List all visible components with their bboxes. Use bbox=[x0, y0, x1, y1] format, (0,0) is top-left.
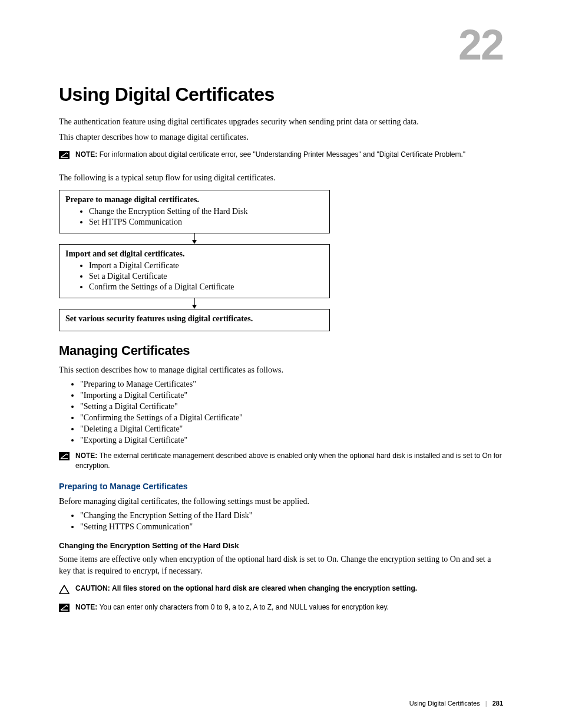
flow-box-2-title: Import and set digital certificates. bbox=[65, 249, 323, 259]
flow-arrow bbox=[59, 233, 330, 244]
note-label: NOTE: bbox=[75, 603, 100, 611]
caution-label: CAUTION: bbox=[75, 584, 112, 592]
section-intro: This section describes how to manage dig… bbox=[59, 364, 503, 376]
note-icon bbox=[59, 604, 70, 614]
list-item: "Setting a Digital Certificate" bbox=[80, 402, 503, 411]
list-item: "Exporting a Digital Certificate" bbox=[80, 436, 503, 445]
sub2-body: Some items are effective only when encry… bbox=[59, 554, 503, 578]
note-2: NOTE: The external certificate managemen… bbox=[59, 451, 503, 471]
flow-box-2: Import and set digital certificates. Imp… bbox=[59, 244, 330, 298]
note-3-text: NOTE: You can enter only characters from… bbox=[75, 602, 389, 612]
page-title: Using Digital Certificates bbox=[59, 84, 503, 106]
section-heading-managing: Managing Certificates bbox=[59, 343, 503, 358]
note-3: NOTE: You can enter only characters from… bbox=[59, 602, 503, 614]
subheading-preparing: Preparing to Manage Certificates bbox=[59, 482, 503, 491]
footer-page-number: 281 bbox=[492, 700, 503, 707]
note-1: NOTE: For information about digital cert… bbox=[59, 150, 503, 162]
flow-box-2-item: Set a Digital Certificate bbox=[89, 272, 323, 281]
footer-title: Using Digital Certificates bbox=[409, 700, 480, 707]
caution-icon bbox=[59, 585, 70, 597]
note-text: The external certificate management desc… bbox=[75, 452, 502, 470]
note-text: For information about digital certificat… bbox=[100, 150, 465, 159]
svg-marker-2 bbox=[192, 240, 197, 244]
subheading-encryption: Changing the Encryption Setting of the H… bbox=[59, 541, 503, 550]
list-item: "Setting HTTPS Communication" bbox=[80, 522, 503, 532]
note-2-text: NOTE: The external certificate managemen… bbox=[75, 451, 503, 471]
caution-1: CAUTION: All files stored on the optiona… bbox=[59, 584, 503, 597]
footer-separator: | bbox=[485, 700, 487, 707]
note-label: NOTE: bbox=[75, 150, 100, 159]
note-icon bbox=[59, 151, 70, 162]
flow-arrow bbox=[59, 298, 330, 309]
flow-box-1-title: Prepare to manage digital certificates. bbox=[65, 195, 323, 205]
list-item: "Confirming the Settings of a Digital Ce… bbox=[80, 413, 503, 423]
svg-marker-4 bbox=[192, 305, 197, 309]
list-item: "Preparing to Manage Certificates" bbox=[80, 380, 503, 389]
flow-box-1-item: Set HTTPS Communication bbox=[89, 218, 323, 227]
flow-intro: The following is a typical setup flow fo… bbox=[59, 172, 503, 184]
note-text: You can enter only characters from 0 to … bbox=[100, 603, 389, 611]
intro-paragraph-1: The authentication feature using digital… bbox=[59, 116, 503, 128]
list-item: "Changing the Encryption Setting of the … bbox=[80, 511, 503, 521]
caution-text: All files stored on the optional hard di… bbox=[112, 584, 417, 592]
note-icon bbox=[59, 452, 70, 463]
flow-box-1: Prepare to manage digital certificates. … bbox=[59, 190, 330, 233]
flow-box-1-item: Change the Encryption Setting of the Har… bbox=[89, 207, 323, 216]
note-1-text: NOTE: For information about digital cert… bbox=[75, 150, 465, 160]
sub1-list: "Changing the Encryption Setting of the … bbox=[59, 511, 503, 532]
flow-box-2-item: Confirm the Settings of a Digital Certif… bbox=[89, 282, 323, 292]
flow-box-2-item: Import a Digital Certificate bbox=[89, 261, 323, 271]
list-item: "Deleting a Digital Certificate" bbox=[80, 424, 503, 434]
intro-paragraph-2: This chapter describes how to manage dig… bbox=[59, 131, 503, 143]
svg-marker-6 bbox=[59, 585, 69, 594]
page-footer: Using Digital Certificates | 281 bbox=[409, 700, 503, 707]
list-item: "Importing a Digital Certificate" bbox=[80, 391, 503, 400]
flow-box-3-title: Set various security features using digi… bbox=[65, 314, 323, 324]
caution-1-text: CAUTION: All files stored on the optiona… bbox=[75, 584, 417, 594]
note-label: NOTE: bbox=[75, 452, 100, 460]
flow-box-3: Set various security features using digi… bbox=[59, 309, 330, 331]
chapter-number: 22 bbox=[59, 24, 503, 66]
section-list: "Preparing to Manage Certificates" "Impo… bbox=[59, 380, 503, 445]
sub1-intro: Before managing digital certificates, th… bbox=[59, 496, 503, 508]
